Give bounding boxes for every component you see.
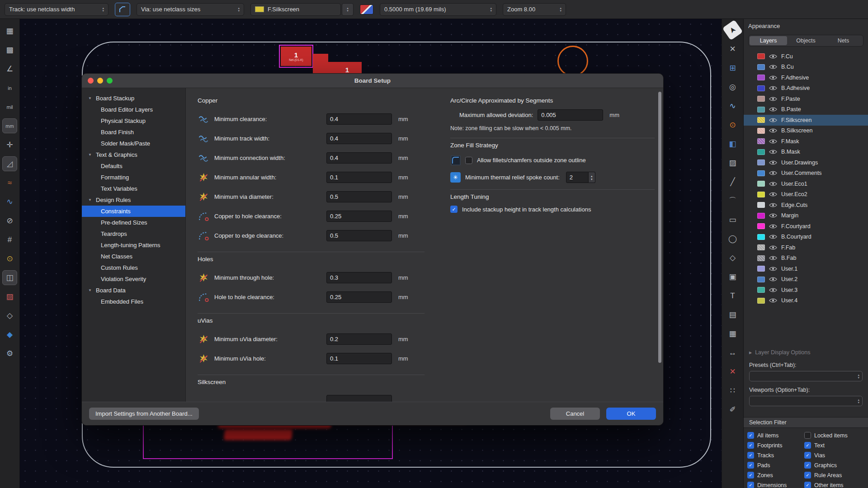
via-size-dropdown[interactable]: Via: use netclass sizes ▴▾ [137,3,244,16]
layer-row-f-paste[interactable]: F.Paste [744,94,868,104]
layer-row-f-courtyard[interactable]: F.Courtyard [744,221,868,232]
layer-color-swatch[interactable] [757,53,765,59]
layer-row-user-1[interactable]: User.1 [744,263,868,274]
units-mils-icon[interactable]: mil [2,99,17,114]
units-inches-icon[interactable]: in [2,80,17,95]
viewports-dropdown[interactable]: ▴▾ [749,396,863,406]
constraint-input[interactable] [326,113,392,125]
layer-color-swatch[interactable] [757,128,765,134]
tree-item-text-variables[interactable]: Text Variables [82,183,185,194]
tree-item-solder-mask-paste[interactable]: Solder Mask/Paste [82,138,185,149]
visibility-eye-icon[interactable] [769,245,777,250]
close-icon[interactable] [88,78,94,84]
visibility-eye-icon[interactable] [769,202,777,208]
visibility-eye-icon[interactable] [769,139,777,144]
filter-graphics[interactable]: ✓Graphics [804,462,864,469]
table-tool-icon[interactable]: ▦ [725,326,740,341]
layer-color-swatch[interactable] [757,202,765,208]
layer-row-b-courtyard[interactable]: B.Courtyard [744,232,868,243]
tree-group-board-data[interactable]: ▼Board Data [82,285,185,296]
tree-item-length-tuning-patterns[interactable]: Length-tuning Patterns [82,239,185,251]
visibility-eye-icon[interactable] [769,96,777,102]
interactive-drag-tool-icon[interactable]: ∷ [725,383,740,398]
measure-tool-icon[interactable]: ✐ [725,402,740,417]
local-ratsnest-tool-icon[interactable]: ✕ [725,42,740,56]
visibility-eye-icon[interactable] [769,224,777,229]
route-tracks-tool-icon[interactable]: ◧ [725,136,740,151]
filter-locked-items[interactable]: Locked items [804,432,864,439]
constraint-input[interactable] [326,133,392,144]
layer-color-swatch[interactable] [757,138,765,144]
tree-item-teardrops[interactable]: Teardrops [82,228,185,239]
constraint-input[interactable] [326,152,392,164]
filter-text[interactable]: ✓Text [804,442,864,449]
layer-color-swatch[interactable] [757,234,765,240]
tree-group-text-graphics[interactable]: ▼Text & Graphics [82,149,185,160]
tree-item-constraints[interactable]: Constraints [82,206,185,217]
text-tool-icon[interactable]: T [725,288,740,303]
layer-row-f-fab[interactable]: F.Fab [744,242,868,253]
dimension-tool-icon[interactable]: ↔ [725,345,740,360]
layer-row-user-comments[interactable]: User.Comments [744,168,868,179]
checkbox-checked[interactable]: ✓ [747,462,754,469]
layer-color-swatch[interactable] [757,107,765,113]
layer-color-swatch[interactable] [757,64,765,70]
spoke-count-input[interactable] [566,172,589,183]
layer-color-swatch[interactable] [757,266,765,272]
zoom-window-icon[interactable] [107,78,113,84]
layer-row-margin[interactable]: Margin [744,211,868,221]
layer-row-b-fab[interactable]: B.Fab [744,253,868,264]
layer-row-user-2[interactable]: User.2 [744,274,868,285]
visibility-eye-icon[interactable] [769,234,777,239]
dialog-titlebar[interactable]: Board Setup [82,74,663,88]
layer-color-swatch[interactable] [757,192,765,197]
draw-polygon-tool-icon[interactable]: ◇ [725,250,740,265]
draw-line-tool-icon[interactable]: ╱ [725,174,740,189]
zone-fill-mode-icon[interactable]: ▨ [2,289,17,304]
ratsnest-visibility-icon[interactable]: ≈ [2,175,17,190]
visibility-eye-icon[interactable] [769,266,777,272]
constraint-input[interactable] [326,211,392,222]
constraint-input[interactable] [326,353,392,364]
constraint-input[interactable] [326,172,392,183]
highlight-net-tool-icon[interactable]: ◎ [725,80,740,94]
layer-color-swatch[interactable] [757,170,765,176]
checkbox-checked[interactable]: ✓ [804,472,811,479]
place-via-tool-icon[interactable]: ⊙ [725,117,740,132]
layer-pair-indicator-icon[interactable] [360,5,373,14]
tree-item-net-classes[interactable]: Net Classes [82,251,185,262]
stepper-arrows-icon[interactable]: ▴▾ [589,172,595,183]
checkbox-checked[interactable]: ✓ [804,442,811,449]
tree-group-design-rules[interactable]: ▼Design Rules [82,194,185,206]
cancel-button[interactable]: Cancel [550,408,600,420]
filter-dimensions[interactable]: ✓Dimensions [747,482,802,488]
visibility-eye-icon[interactable] [769,170,777,176]
tree-item-defaults[interactable]: Defaults [82,160,185,172]
draw-ratsnest-tool-icon[interactable]: ∿ [725,99,740,113]
selection-filter-tool-icon[interactable]: ⊞ [725,61,740,75]
checkbox-unchecked[interactable] [804,432,811,439]
tab-nets[interactable]: Nets [825,36,862,45]
tree-item-custom-rules[interactable]: Custom Rules [82,262,185,273]
layer-row-user-4[interactable]: User.4 [744,296,868,306]
layer-color-swatch[interactable] [757,298,765,304]
select-tool-icon[interactable]: ➤ [722,20,743,41]
tree-item-pre-defined-sizes[interactable]: Pre-defined Sizes [82,217,185,228]
track-outline-mode-icon[interactable]: # [2,232,17,247]
layer-row-user-eco1[interactable]: User.Eco1 [744,178,868,189]
import-settings-button[interactable]: Import Settings from Another Board... [89,408,199,420]
units-mm-icon[interactable]: mm [2,118,17,133]
visibility-eye-icon[interactable] [769,298,777,303]
visibility-eye-icon[interactable] [769,75,777,80]
pad-1[interactable]: 1 Net-(D1-K) [281,47,311,66]
tab-objects[interactable]: Objects [787,36,825,45]
filter-rule-areas[interactable]: ✓Rule Areas [804,472,864,479]
layer-color-swatch[interactable] [757,213,765,219]
filter-zones[interactable]: ✓Zones [747,472,802,479]
checkbox-checked[interactable]: ✓ [747,432,754,439]
tree-item-violation-severity[interactable]: Violation Severity [82,273,185,285]
layer-color-swatch[interactable] [757,75,765,80]
delete-tool-icon[interactable]: ✕ [725,364,740,379]
draw-circle-tool-icon[interactable]: ◯ [725,231,740,246]
layer-row-edge-cuts[interactable]: Edge.Cuts [744,200,868,211]
